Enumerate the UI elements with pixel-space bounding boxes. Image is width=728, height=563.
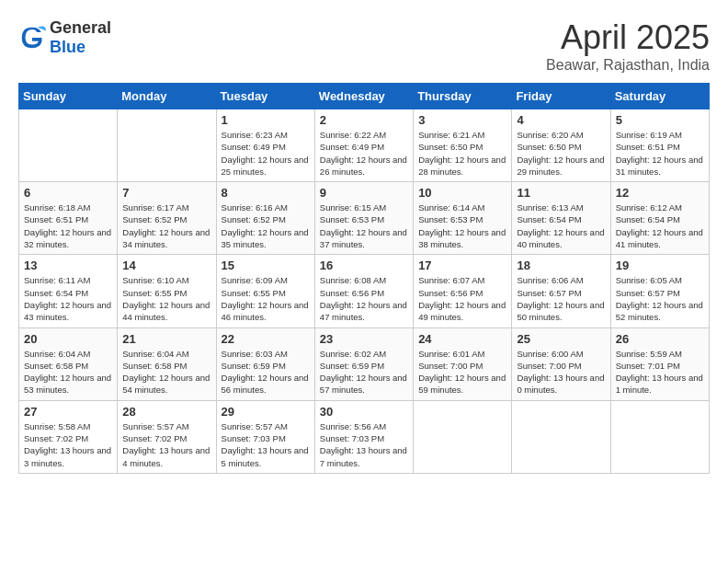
logo-text: General Blue [50, 18, 111, 57]
general-blue-logo-icon [18, 24, 46, 52]
weekday-header-thursday: Thursday [414, 84, 512, 109]
calendar-week-1: 1Sunrise: 6:23 AM Sunset: 6:49 PM Daylig… [19, 109, 710, 182]
day-number: 10 [418, 186, 506, 200]
day-info: Sunrise: 6:06 AM Sunset: 6:57 PM Dayligh… [517, 274, 605, 323]
calendar-cell [512, 400, 610, 473]
calendar-cell: 26Sunrise: 5:59 AM Sunset: 7:01 PM Dayli… [610, 327, 709, 400]
calendar-cell: 28Sunrise: 5:57 AM Sunset: 7:02 PM Dayli… [118, 400, 216, 473]
weekday-header-monday: Monday [118, 84, 216, 109]
day-number: 8 [222, 186, 310, 200]
day-info: Sunrise: 6:17 AM Sunset: 6:52 PM Dayligh… [122, 201, 210, 250]
calendar-cell: 12Sunrise: 6:12 AM Sunset: 6:54 PM Dayli… [610, 182, 709, 255]
calendar-table: SundayMondayTuesdayWednesdayThursdayFrid… [18, 83, 710, 474]
calendar-cell: 30Sunrise: 5:56 AM Sunset: 7:03 PM Dayli… [314, 400, 413, 473]
logo: General Blue [18, 18, 111, 57]
page-header: General Blue April 2025 Beawar, Rajastha… [18, 18, 710, 74]
day-number: 29 [222, 405, 310, 419]
day-number: 11 [517, 186, 605, 200]
calendar-cell: 23Sunrise: 6:02 AM Sunset: 6:59 PM Dayli… [314, 327, 413, 400]
calendar-cell: 17Sunrise: 6:07 AM Sunset: 6:56 PM Dayli… [414, 255, 512, 327]
day-info: Sunrise: 6:10 AM Sunset: 6:55 PM Dayligh… [122, 274, 210, 323]
calendar-cell: 27Sunrise: 5:58 AM Sunset: 7:02 PM Dayli… [19, 400, 118, 473]
day-info: Sunrise: 5:57 AM Sunset: 7:02 PM Dayligh… [122, 420, 210, 469]
day-number: 6 [24, 186, 112, 200]
day-info: Sunrise: 5:57 AM Sunset: 7:03 PM Dayligh… [222, 420, 310, 469]
calendar-cell: 4Sunrise: 6:20 AM Sunset: 6:50 PM Daylig… [512, 109, 610, 182]
day-info: Sunrise: 5:56 AM Sunset: 7:03 PM Dayligh… [320, 420, 408, 469]
calendar-cell: 5Sunrise: 6:19 AM Sunset: 6:51 PM Daylig… [610, 109, 709, 182]
calendar-cell: 20Sunrise: 6:04 AM Sunset: 6:58 PM Dayli… [19, 327, 118, 400]
calendar-cell: 10Sunrise: 6:14 AM Sunset: 6:53 PM Dayli… [414, 182, 512, 255]
day-number: 28 [122, 405, 210, 419]
day-number: 7 [122, 186, 210, 200]
day-number: 24 [418, 332, 506, 346]
calendar-week-4: 20Sunrise: 6:04 AM Sunset: 6:58 PM Dayli… [19, 327, 710, 400]
day-number: 18 [517, 259, 605, 272]
day-info: Sunrise: 6:04 AM Sunset: 6:58 PM Dayligh… [24, 348, 112, 396]
day-number: 21 [122, 332, 210, 346]
calendar-week-3: 13Sunrise: 6:11 AM Sunset: 6:54 PM Dayli… [19, 255, 710, 327]
calendar-cell: 16Sunrise: 6:08 AM Sunset: 6:56 PM Dayli… [314, 255, 413, 327]
day-info: Sunrise: 6:04 AM Sunset: 6:58 PM Dayligh… [122, 348, 210, 396]
day-info: Sunrise: 6:14 AM Sunset: 6:53 PM Dayligh… [418, 201, 506, 250]
weekday-header-wednesday: Wednesday [314, 84, 413, 109]
day-number: 15 [222, 259, 310, 272]
day-info: Sunrise: 6:11 AM Sunset: 6:54 PM Dayligh… [24, 274, 112, 323]
weekday-header-saturday: Saturday [610, 84, 709, 109]
day-number: 12 [616, 186, 704, 200]
day-number: 23 [320, 332, 408, 346]
calendar-cell: 19Sunrise: 6:05 AM Sunset: 6:57 PM Dayli… [610, 255, 709, 327]
calendar-cell [414, 400, 512, 473]
day-number: 17 [418, 259, 506, 272]
day-number: 9 [320, 186, 408, 200]
day-number: 26 [616, 332, 704, 346]
calendar-cell: 29Sunrise: 5:57 AM Sunset: 7:03 PM Dayli… [216, 400, 314, 473]
calendar-week-5: 27Sunrise: 5:58 AM Sunset: 7:02 PM Dayli… [19, 400, 710, 473]
day-info: Sunrise: 6:03 AM Sunset: 6:59 PM Dayligh… [222, 348, 310, 396]
day-number: 20 [24, 332, 112, 346]
logo-blue: Blue [50, 38, 111, 57]
weekday-header-row: SundayMondayTuesdayWednesdayThursdayFrid… [19, 84, 710, 109]
day-info: Sunrise: 6:05 AM Sunset: 6:57 PM Dayligh… [616, 274, 704, 323]
calendar-cell [19, 109, 118, 182]
day-number: 14 [122, 259, 210, 272]
calendar-cell: 21Sunrise: 6:04 AM Sunset: 6:58 PM Dayli… [118, 327, 216, 400]
calendar-cell: 24Sunrise: 6:01 AM Sunset: 7:00 PM Dayli… [414, 327, 512, 400]
calendar-cell: 14Sunrise: 6:10 AM Sunset: 6:55 PM Dayli… [118, 255, 216, 327]
calendar-cell: 8Sunrise: 6:16 AM Sunset: 6:52 PM Daylig… [216, 182, 314, 255]
day-info: Sunrise: 6:22 AM Sunset: 6:49 PM Dayligh… [320, 129, 408, 178]
day-info: Sunrise: 6:00 AM Sunset: 7:00 PM Dayligh… [517, 348, 605, 396]
day-info: Sunrise: 6:02 AM Sunset: 6:59 PM Dayligh… [320, 348, 408, 396]
day-number: 30 [320, 405, 408, 419]
day-number: 3 [418, 113, 506, 127]
day-info: Sunrise: 6:21 AM Sunset: 6:50 PM Dayligh… [418, 129, 506, 178]
day-number: 4 [517, 113, 605, 127]
day-info: Sunrise: 6:13 AM Sunset: 6:54 PM Dayligh… [517, 201, 605, 250]
day-info: Sunrise: 5:59 AM Sunset: 7:01 PM Dayligh… [616, 348, 704, 396]
day-info: Sunrise: 6:07 AM Sunset: 6:56 PM Dayligh… [418, 274, 506, 323]
day-info: Sunrise: 6:15 AM Sunset: 6:53 PM Dayligh… [320, 201, 408, 250]
month-title: April 2025 [546, 18, 710, 57]
weekday-header-sunday: Sunday [19, 84, 118, 109]
day-info: Sunrise: 6:20 AM Sunset: 6:50 PM Dayligh… [517, 129, 605, 178]
calendar-cell: 9Sunrise: 6:15 AM Sunset: 6:53 PM Daylig… [314, 182, 413, 255]
day-info: Sunrise: 6:12 AM Sunset: 6:54 PM Dayligh… [616, 201, 704, 250]
day-number: 2 [320, 113, 408, 127]
calendar-week-2: 6Sunrise: 6:18 AM Sunset: 6:51 PM Daylig… [19, 182, 710, 255]
day-info: Sunrise: 6:08 AM Sunset: 6:56 PM Dayligh… [320, 274, 408, 323]
weekday-header-tuesday: Tuesday [216, 84, 314, 109]
day-number: 19 [616, 259, 704, 272]
day-number: 27 [24, 405, 112, 419]
day-info: Sunrise: 6:19 AM Sunset: 6:51 PM Dayligh… [616, 129, 704, 178]
calendar-cell: 15Sunrise: 6:09 AM Sunset: 6:55 PM Dayli… [216, 255, 314, 327]
day-info: Sunrise: 6:23 AM Sunset: 6:49 PM Dayligh… [222, 129, 310, 178]
calendar-cell [118, 109, 216, 182]
day-info: Sunrise: 6:16 AM Sunset: 6:52 PM Dayligh… [222, 201, 310, 250]
calendar-cell [610, 400, 709, 473]
calendar-cell: 22Sunrise: 6:03 AM Sunset: 6:59 PM Dayli… [216, 327, 314, 400]
calendar-cell: 3Sunrise: 6:21 AM Sunset: 6:50 PM Daylig… [414, 109, 512, 182]
logo-general: General [50, 18, 111, 38]
day-number: 16 [320, 259, 408, 272]
calendar-cell: 7Sunrise: 6:17 AM Sunset: 6:52 PM Daylig… [118, 182, 216, 255]
calendar-cell: 2Sunrise: 6:22 AM Sunset: 6:49 PM Daylig… [314, 109, 413, 182]
